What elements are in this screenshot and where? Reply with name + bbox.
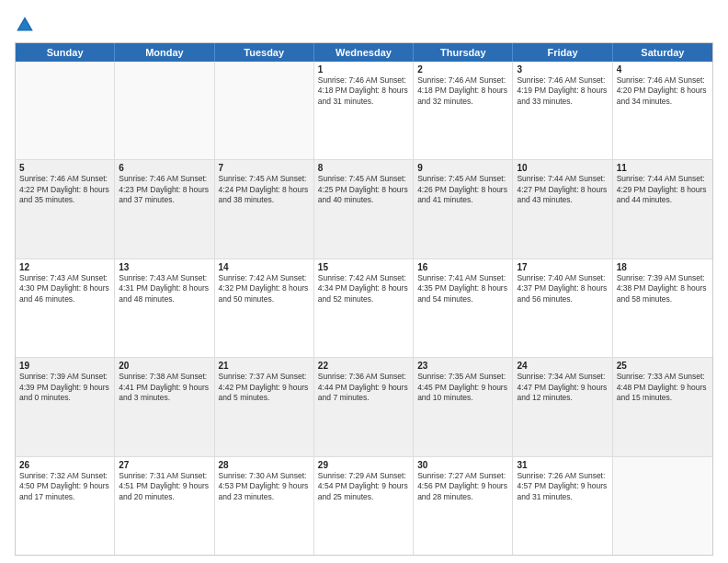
day-number: 28 — [219, 460, 310, 470]
day-number: 29 — [318, 460, 409, 470]
cal-cell-1-0: 5Sunrise: 7:46 AM Sunset: 4:22 PM Daylig… — [16, 160, 115, 258]
cell-text: Sunrise: 7:45 AM Sunset: 4:25 PM Dayligh… — [318, 174, 409, 205]
cal-cell-4-6 — [613, 457, 712, 555]
cell-text: Sunrise: 7:35 AM Sunset: 4:45 PM Dayligh… — [417, 372, 508, 403]
day-number: 21 — [219, 361, 310, 371]
cal-cell-4-5: 31Sunrise: 7:26 AM Sunset: 4:57 PM Dayli… — [513, 457, 612, 555]
day-number: 2 — [417, 64, 508, 75]
cell-text: Sunrise: 7:40 AM Sunset: 4:37 PM Dayligh… — [517, 273, 608, 304]
day-number: 16 — [417, 262, 508, 272]
cell-text: Sunrise: 7:27 AM Sunset: 4:56 PM Dayligh… — [417, 471, 508, 502]
cell-text: Sunrise: 7:39 AM Sunset: 4:38 PM Dayligh… — [617, 273, 709, 304]
header-day-friday: Friday — [513, 43, 612, 62]
cell-text: Sunrise: 7:44 AM Sunset: 4:27 PM Dayligh… — [517, 174, 608, 205]
cal-cell-4-4: 30Sunrise: 7:27 AM Sunset: 4:56 PM Dayli… — [414, 457, 513, 555]
cal-cell-3-1: 20Sunrise: 7:38 AM Sunset: 4:41 PM Dayli… — [115, 358, 214, 455]
day-number: 9 — [417, 163, 508, 173]
cal-cell-3-2: 21Sunrise: 7:37 AM Sunset: 4:42 PM Dayli… — [215, 358, 314, 455]
cal-cell-2-4: 16Sunrise: 7:41 AM Sunset: 4:35 PM Dayli… — [414, 259, 513, 357]
cell-text: Sunrise: 7:44 AM Sunset: 4:29 PM Dayligh… — [617, 174, 709, 205]
cal-cell-2-6: 18Sunrise: 7:39 AM Sunset: 4:38 PM Dayli… — [613, 259, 712, 357]
logo — [15, 15, 37, 35]
day-number: 4 — [617, 64, 709, 75]
cal-row-3: 19Sunrise: 7:39 AM Sunset: 4:39 PM Dayli… — [16, 357, 712, 455]
cal-cell-2-5: 17Sunrise: 7:40 AM Sunset: 4:37 PM Dayli… — [513, 259, 612, 357]
cal-cell-1-1: 6Sunrise: 7:46 AM Sunset: 4:23 PM Daylig… — [115, 160, 214, 258]
cal-cell-0-2 — [215, 62, 314, 159]
cell-text: Sunrise: 7:46 AM Sunset: 4:18 PM Dayligh… — [417, 75, 508, 107]
day-number: 26 — [19, 460, 110, 470]
day-number: 20 — [119, 361, 210, 371]
cal-cell-4-1: 27Sunrise: 7:31 AM Sunset: 4:51 PM Dayli… — [115, 457, 214, 555]
day-number: 25 — [617, 361, 709, 371]
cell-text: Sunrise: 7:46 AM Sunset: 4:23 PM Dayligh… — [119, 174, 210, 205]
day-number: 18 — [617, 262, 709, 272]
cell-text: Sunrise: 7:36 AM Sunset: 4:44 PM Dayligh… — [318, 372, 409, 403]
logo-icon — [15, 15, 35, 35]
cell-text: Sunrise: 7:30 AM Sunset: 4:53 PM Dayligh… — [219, 471, 310, 502]
cell-text: Sunrise: 7:45 AM Sunset: 4:24 PM Dayligh… — [219, 174, 310, 205]
cell-text: Sunrise: 7:45 AM Sunset: 4:26 PM Dayligh… — [417, 174, 508, 205]
day-number: 3 — [517, 64, 608, 75]
day-number: 13 — [119, 262, 210, 272]
cal-cell-4-0: 26Sunrise: 7:32 AM Sunset: 4:50 PM Dayli… — [16, 457, 115, 555]
cal-cell-1-6: 11Sunrise: 7:44 AM Sunset: 4:29 PM Dayli… — [613, 160, 712, 258]
day-number: 17 — [517, 262, 608, 272]
cal-row-1: 5Sunrise: 7:46 AM Sunset: 4:22 PM Daylig… — [16, 159, 712, 258]
cal-cell-3-6: 25Sunrise: 7:33 AM Sunset: 4:48 PM Dayli… — [613, 358, 712, 455]
header-day-sunday: Sunday — [16, 43, 115, 62]
day-number: 27 — [119, 460, 210, 470]
cal-cell-4-3: 29Sunrise: 7:29 AM Sunset: 4:54 PM Dayli… — [314, 457, 414, 555]
cal-cell-1-3: 8Sunrise: 7:45 AM Sunset: 4:25 PM Daylig… — [314, 160, 414, 258]
cal-cell-3-3: 22Sunrise: 7:36 AM Sunset: 4:44 PM Dayli… — [314, 358, 414, 455]
cell-text: Sunrise: 7:43 AM Sunset: 4:31 PM Dayligh… — [119, 273, 210, 304]
cal-row-4: 26Sunrise: 7:32 AM Sunset: 4:50 PM Dayli… — [16, 456, 712, 555]
cell-text: Sunrise: 7:46 AM Sunset: 4:22 PM Dayligh… — [19, 174, 110, 205]
header-day-monday: Monday — [115, 43, 214, 62]
day-number: 1 — [318, 64, 409, 75]
cal-cell-1-5: 10Sunrise: 7:44 AM Sunset: 4:27 PM Dayli… — [513, 160, 612, 258]
cell-text: Sunrise: 7:42 AM Sunset: 4:34 PM Dayligh… — [318, 273, 409, 304]
header-day-saturday: Saturday — [613, 43, 712, 62]
day-number: 31 — [517, 460, 608, 470]
cal-cell-2-0: 12Sunrise: 7:43 AM Sunset: 4:30 PM Dayli… — [16, 259, 115, 357]
day-number: 10 — [517, 163, 608, 173]
cal-cell-0-4: 2Sunrise: 7:46 AM Sunset: 4:18 PM Daylig… — [414, 62, 513, 159]
day-number: 12 — [19, 262, 110, 272]
page: SundayMondayTuesdayWednesdayThursdayFrid… — [0, 0, 728, 563]
cal-cell-2-2: 14Sunrise: 7:42 AM Sunset: 4:32 PM Dayli… — [215, 259, 314, 357]
cell-text: Sunrise: 7:46 AM Sunset: 4:20 PM Dayligh… — [617, 75, 709, 107]
cal-row-2: 12Sunrise: 7:43 AM Sunset: 4:30 PM Dayli… — [16, 259, 712, 357]
header — [15, 15, 713, 35]
day-number: 8 — [318, 163, 409, 173]
day-number: 14 — [219, 262, 310, 272]
day-number: 30 — [417, 460, 508, 470]
cell-text: Sunrise: 7:37 AM Sunset: 4:42 PM Dayligh… — [219, 372, 310, 403]
cell-text: Sunrise: 7:34 AM Sunset: 4:47 PM Dayligh… — [517, 372, 608, 403]
calendar-body: 1Sunrise: 7:46 AM Sunset: 4:18 PM Daylig… — [16, 62, 712, 555]
cell-text: Sunrise: 7:42 AM Sunset: 4:32 PM Dayligh… — [219, 273, 310, 304]
cal-cell-3-0: 19Sunrise: 7:39 AM Sunset: 4:39 PM Dayli… — [16, 358, 115, 455]
cell-text: Sunrise: 7:32 AM Sunset: 4:50 PM Dayligh… — [19, 471, 110, 502]
day-number: 11 — [617, 163, 709, 173]
cell-text: Sunrise: 7:26 AM Sunset: 4:57 PM Dayligh… — [517, 471, 608, 502]
cell-text: Sunrise: 7:38 AM Sunset: 4:41 PM Dayligh… — [119, 372, 210, 403]
day-number: 15 — [318, 262, 409, 272]
day-number: 22 — [318, 361, 409, 371]
header-day-thursday: Thursday — [414, 43, 513, 62]
cal-cell-0-6: 4Sunrise: 7:46 AM Sunset: 4:20 PM Daylig… — [613, 62, 712, 159]
cell-text: Sunrise: 7:29 AM Sunset: 4:54 PM Dayligh… — [318, 471, 409, 502]
day-number: 5 — [19, 163, 110, 173]
day-number: 6 — [119, 163, 210, 173]
cal-cell-4-2: 28Sunrise: 7:30 AM Sunset: 4:53 PM Dayli… — [215, 457, 314, 555]
cell-text: Sunrise: 7:46 AM Sunset: 4:19 PM Dayligh… — [517, 75, 608, 107]
header-day-wednesday: Wednesday — [314, 43, 414, 62]
cell-text: Sunrise: 7:33 AM Sunset: 4:48 PM Dayligh… — [617, 372, 709, 403]
cell-text: Sunrise: 7:43 AM Sunset: 4:30 PM Dayligh… — [19, 273, 110, 304]
cell-text: Sunrise: 7:41 AM Sunset: 4:35 PM Dayligh… — [417, 273, 508, 304]
day-number: 23 — [417, 361, 508, 371]
header-day-tuesday: Tuesday — [215, 43, 314, 62]
cal-cell-2-3: 15Sunrise: 7:42 AM Sunset: 4:34 PM Dayli… — [314, 259, 414, 357]
cal-cell-3-4: 23Sunrise: 7:35 AM Sunset: 4:45 PM Dayli… — [414, 358, 513, 455]
cal-cell-3-5: 24Sunrise: 7:34 AM Sunset: 4:47 PM Dayli… — [513, 358, 612, 455]
